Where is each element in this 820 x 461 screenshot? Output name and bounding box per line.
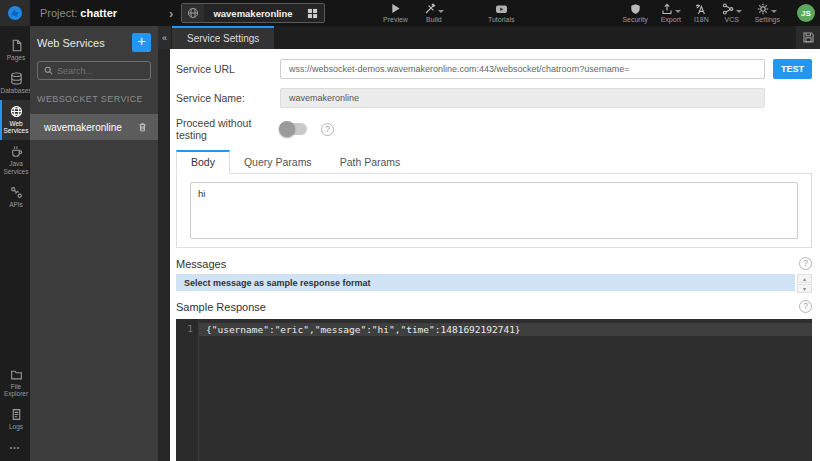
tab-query-params[interactable]: Query Params xyxy=(230,150,326,173)
test-button[interactable]: TEST xyxy=(773,59,812,79)
sidebar-item-file-explorer[interactable]: File Explorer xyxy=(0,363,30,404)
chevron-down-icon xyxy=(675,10,681,13)
editor-code-area: {"username":"eric","message":"hi","time"… xyxy=(199,319,812,461)
web-services-panel: Web Services + WEBSOCKET SERVICE wavemak… xyxy=(30,26,158,461)
scroll-up-icon[interactable]: ▴ xyxy=(797,274,812,283)
project-label: Project: xyxy=(40,7,77,19)
service-search[interactable] xyxy=(37,61,151,80)
tab-body[interactable]: Body xyxy=(176,150,230,174)
gear-icon xyxy=(757,3,777,15)
editor-tab-bar: « Service Settings xyxy=(158,26,820,49)
wavemaker-logo[interactable] xyxy=(0,0,30,26)
build-icon xyxy=(424,3,444,15)
service-tab-label: wavemakeronline xyxy=(204,8,301,19)
body-input[interactable]: hi xyxy=(190,182,798,239)
branch-icon xyxy=(722,3,742,15)
messages-title: Messages xyxy=(176,258,226,270)
message-option-selected[interactable]: Select message as sample response format xyxy=(176,274,795,291)
preview-label: Preview xyxy=(383,16,408,23)
help-icon[interactable]: ? xyxy=(799,257,812,270)
project-breadcrumb: Project: chatter xyxy=(40,7,117,19)
i18n-label: I18N xyxy=(694,16,709,23)
service-url-input[interactable] xyxy=(280,59,765,79)
vcs-button[interactable]: VCS xyxy=(722,3,742,23)
user-avatar[interactable]: JS xyxy=(797,4,815,22)
service-name-input xyxy=(280,88,765,108)
proceed-without-testing-label: Proceed without testing xyxy=(176,117,280,141)
database-icon xyxy=(10,72,23,85)
page-icon xyxy=(10,39,23,52)
sample-response-editor[interactable]: 1 {"username":"eric","message":"hi","tim… xyxy=(176,319,812,461)
sidebar-item-databases[interactable]: Databases xyxy=(0,67,30,100)
service-url-row: Service URL TEST xyxy=(176,59,812,79)
api-icon xyxy=(10,186,23,199)
proceed-toggle[interactable] xyxy=(280,123,307,135)
delete-service-icon[interactable] xyxy=(137,121,148,133)
service-settings-content: Service URL TEST Service Name: Proceed w… xyxy=(170,49,820,461)
collapse-panel-button[interactable]: « xyxy=(158,26,171,49)
rail-label: APIs xyxy=(9,201,23,209)
more-options-icon[interactable]: ••• xyxy=(0,436,30,461)
export-label: Export xyxy=(661,16,681,23)
topbar-actions-left: Preview Build Tutorials xyxy=(383,0,515,26)
sidebar-item-logs[interactable]: Logs xyxy=(0,403,30,436)
grid-icon[interactable] xyxy=(302,4,324,22)
editor-gutter: 1 xyxy=(176,319,199,461)
panel-title: Web Services xyxy=(37,37,105,49)
sidebar-item-pages[interactable]: Pages xyxy=(0,34,30,67)
tab-service-settings[interactable]: Service Settings xyxy=(172,26,274,49)
messages-scrollbar: ▴ ▾ xyxy=(797,274,812,293)
proceed-row: Proceed without testing ? xyxy=(176,117,812,141)
globe-icon xyxy=(182,4,204,22)
scroll-down-icon[interactable]: ▾ xyxy=(797,284,812,293)
logs-icon xyxy=(10,408,23,421)
tab-path-params[interactable]: Path Params xyxy=(326,150,415,173)
search-icon xyxy=(44,66,53,75)
globe-icon xyxy=(10,105,23,118)
open-service-tab[interactable]: wavemakeronline xyxy=(181,3,324,23)
rail-label: File Explorer xyxy=(3,383,29,399)
chevron-down-icon xyxy=(771,10,777,13)
help-icon[interactable]: ? xyxy=(799,300,812,313)
settings-label: Settings xyxy=(755,16,780,23)
panel-header: Web Services + xyxy=(37,33,151,52)
rail-bottom-group: File Explorer Logs ••• xyxy=(0,363,30,461)
sample-response-header: Sample Response ? xyxy=(176,300,812,313)
folder-icon xyxy=(10,368,23,381)
coffee-icon xyxy=(10,145,23,158)
help-icon[interactable]: ? xyxy=(321,123,334,136)
top-bar: Project: chatter › wavemakeronline xyxy=(0,0,820,26)
project-name: chatter xyxy=(80,7,117,19)
save-button[interactable] xyxy=(796,26,820,49)
sidebar-item-java-services[interactable]: Java Services xyxy=(0,140,30,181)
service-name-row: Service Name: xyxy=(176,88,812,108)
wavemaker-logo-icon xyxy=(7,5,23,21)
settings-button[interactable]: Settings xyxy=(755,3,780,23)
breadcrumb-chevron-icon: › xyxy=(169,6,173,21)
i18n-button[interactable]: I18N xyxy=(694,3,709,23)
rail-label: Databases xyxy=(0,87,31,95)
websocket-service-section-label: WEBSOCKET SERVICE xyxy=(37,94,151,104)
sidebar-item-web-services[interactable]: Web Services xyxy=(0,100,30,141)
tutorials-button[interactable]: Tutorials xyxy=(488,3,515,23)
export-button[interactable]: Export xyxy=(661,3,681,23)
rail-label: Java Services xyxy=(3,160,29,176)
wavemaker-studio: Project: chatter › wavemakeronline xyxy=(0,0,820,461)
security-button[interactable]: Security xyxy=(622,3,647,23)
request-tabs: Body Query Params Path Params xyxy=(176,150,812,174)
build-button[interactable]: Build xyxy=(424,3,444,23)
main-area: « Service Settings Service URL TEST Serv… xyxy=(158,26,820,461)
add-service-button[interactable]: + xyxy=(132,33,151,52)
rail-label: Pages xyxy=(7,54,25,62)
chevron-down-icon xyxy=(736,10,742,13)
preview-button[interactable]: Preview xyxy=(383,3,408,23)
service-list-item[interactable]: wavemakeronline xyxy=(30,114,158,140)
topbar-actions-right: Security Export I18N xyxy=(622,0,815,26)
tutorials-label: Tutorials xyxy=(488,16,515,23)
build-label: Build xyxy=(426,16,442,23)
search-input[interactable] xyxy=(57,66,144,76)
messages-header: Messages ? xyxy=(176,257,812,270)
app-body: Pages Databases Web Services Java Servic… xyxy=(0,26,820,461)
code-line: {"username":"eric","message":"hi","time"… xyxy=(199,323,812,336)
sidebar-item-apis[interactable]: APIs xyxy=(0,181,30,214)
